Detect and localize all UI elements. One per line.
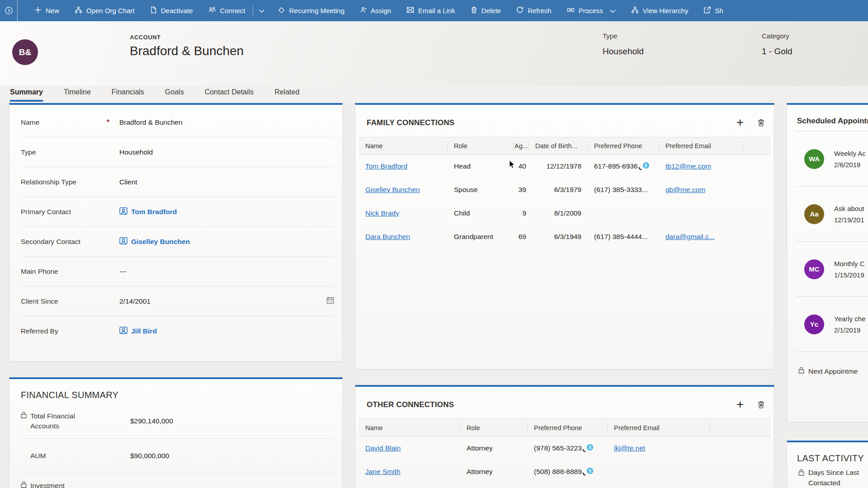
appointment-item[interactable]: Aa Ask about12/19/201 — [787, 187, 868, 241]
summary-form-card: Name * Bradford & Bunchen Type Household… — [9, 103, 343, 362]
add-record-button[interactable]: + — [736, 399, 744, 411]
skype-icon[interactable]: S — [643, 162, 649, 169]
command-label: Recurring Meeting — [289, 7, 344, 14]
expand-chevron-circle-icon[interactable] — [0, 0, 18, 21]
phone-value: (978) 565-3223 — [534, 444, 582, 452]
column-header[interactable]: Ag... — [514, 141, 529, 151]
command-label: Process — [579, 7, 603, 14]
deactivate-button[interactable]: Deactivate — [142, 0, 201, 21]
field-value[interactable]: $90,000,000 — [130, 452, 169, 460]
field-value[interactable]: Bradford & Bunchen — [119, 118, 334, 127]
assign-button[interactable]: Assign — [352, 0, 399, 21]
email-link[interactable]: lkj@te.net — [614, 444, 645, 452]
org-chart-icon — [75, 6, 82, 15]
command-label: Connect — [220, 7, 245, 14]
column-header[interactable]: Preferred Email — [659, 141, 743, 151]
age-cell: 69 — [514, 233, 529, 241]
tab-timeline[interactable]: Timeline — [64, 86, 91, 103]
tab-related[interactable]: Related — [274, 86, 299, 103]
lock-icon — [798, 367, 804, 375]
record-tabs: Summary Timeline Financials Goals Contac… — [0, 86, 868, 103]
recurring-meeting-button[interactable]: Recurring Meeting — [270, 0, 352, 21]
appointment-avatar: Yc — [804, 314, 824, 334]
contact-link[interactable]: Tom Bradford — [365, 162, 407, 170]
field-value[interactable]: --- — [119, 267, 334, 276]
lookup-link[interactable]: Jill Bird — [119, 326, 334, 336]
other-connections-card: OTHER CONNECTIONS + Name Role Preferred … — [355, 385, 774, 488]
email-link[interactable]: gb@me.com — [665, 186, 705, 193]
appointment-item[interactable]: MC Monthly C1/15/2019 — [787, 242, 868, 296]
refresh-icon — [516, 6, 524, 15]
tab-goals[interactable]: Goals — [165, 86, 184, 103]
lookup-value: Tom Bradford — [131, 208, 177, 216]
process-button[interactable]: Process — [559, 0, 623, 21]
appointment-item[interactable]: WA Weekly Ac2/6/2018 — [787, 131, 868, 186]
fs-row-total-financial-accounts: Total Financial Accounts $290,140,000 — [21, 404, 334, 439]
column-header[interactable]: Role — [460, 423, 528, 433]
phone-value: (617) 385-4444... — [588, 233, 659, 241]
email-a-link-button[interactable]: Email a Link — [399, 0, 463, 21]
column-header[interactable]: Role — [448, 141, 514, 151]
contact-link[interactable]: David Blain — [365, 444, 401, 452]
phone-value: (508) 888-8889 — [534, 468, 582, 476]
table-row: Nick Brady Child 9 8/1/2009 — [359, 202, 770, 225]
contact-link[interactable]: Nick Brady — [365, 209, 399, 217]
delete-record-button[interactable] — [757, 118, 765, 127]
add-record-button[interactable]: + — [736, 117, 744, 129]
delete-button[interactable]: Delete — [463, 0, 509, 21]
email-link[interactable]: dara@gmail.c... — [665, 233, 715, 240]
appointment-date: 12/19/201 — [834, 216, 864, 224]
tab-financials[interactable]: Financials — [112, 86, 144, 103]
column-header[interactable]: Date of Birth... — [529, 141, 588, 151]
tab-summary[interactable]: Summary — [10, 86, 43, 103]
column-header[interactable]: Preferred Email — [608, 423, 710, 433]
field-label: Days Since Last Contacted — [808, 467, 865, 488]
appointment-item[interactable]: Yc Yearly che2/1/2019 — [787, 297, 868, 352]
command-label: Assign — [371, 7, 391, 14]
skype-icon[interactable]: S — [587, 444, 593, 450]
delete-record-button[interactable] — [757, 400, 765, 409]
view-hierarchy-button[interactable]: View Hierarchy — [623, 0, 696, 21]
skype-icon[interactable]: S — [587, 468, 593, 474]
contact-link[interactable]: Giselley Bunchen — [365, 186, 420, 193]
dob-cell: 12/12/1978 — [529, 162, 588, 170]
section-title: LAST ACTIVITY — [797, 453, 868, 464]
table-row: Tom Bradford Head 40 12/12/1978 617-895-… — [359, 155, 770, 178]
lookup-link[interactable]: Tom Bradford — [119, 207, 334, 217]
column-header[interactable]: Name — [359, 141, 448, 151]
account-avatar: B& — [12, 39, 38, 65]
field-value[interactable]: Household — [119, 148, 334, 156]
fs-row-aum: AUM $90,000,000 — [21, 439, 334, 474]
email-link[interactable]: tb12@me.com — [665, 162, 711, 170]
assign-person-icon — [360, 6, 367, 15]
column-header[interactable]: Preferred Phone — [588, 141, 659, 151]
calendar-icon[interactable] — [326, 296, 334, 306]
share-button[interactable]: Sh — [696, 0, 731, 21]
table-header-row: Name Role Ag... Date of Birth... Preferr… — [359, 137, 770, 155]
required-asterisk: * — [107, 118, 119, 127]
type-value[interactable]: Household — [603, 47, 644, 56]
new-button[interactable]: New — [27, 0, 67, 21]
role-cell: Attorney — [460, 468, 528, 476]
section-title: OTHER CONNECTIONS — [367, 400, 736, 409]
open-org-chart-button[interactable]: Open Org Chart — [67, 0, 142, 21]
contact-link[interactable]: Jane Smith — [365, 468, 401, 475]
column-header[interactable]: Preferred Phone — [528, 423, 608, 433]
connect-dropdown-button[interactable] — [253, 0, 270, 21]
field-value[interactable]: 2/14/2001 — [119, 297, 326, 305]
contact-card-icon — [119, 326, 127, 336]
appointment-subject: Weekly Ac — [834, 150, 866, 157]
connect-button[interactable]: Connect — [201, 0, 253, 21]
lookup-link[interactable]: Giselley Bunchen — [119, 237, 334, 247]
contact-link[interactable]: Dara Bunchen — [365, 233, 410, 240]
field-value[interactable]: Client — [119, 178, 334, 186]
category-value[interactable]: 1 - Gold — [762, 47, 793, 56]
phone-handset-icon — [582, 469, 587, 476]
process-icon — [567, 7, 575, 14]
refresh-button[interactable]: Refresh — [509, 0, 559, 21]
command-label: View Hierarchy — [643, 7, 689, 14]
lookup-value: Giselley Bunchen — [131, 238, 190, 246]
tab-contact-details[interactable]: Contact Details — [205, 86, 254, 103]
column-header[interactable]: Name — [359, 423, 460, 433]
title-block: ACCOUNT Bradford & Bunchen — [130, 34, 244, 58]
